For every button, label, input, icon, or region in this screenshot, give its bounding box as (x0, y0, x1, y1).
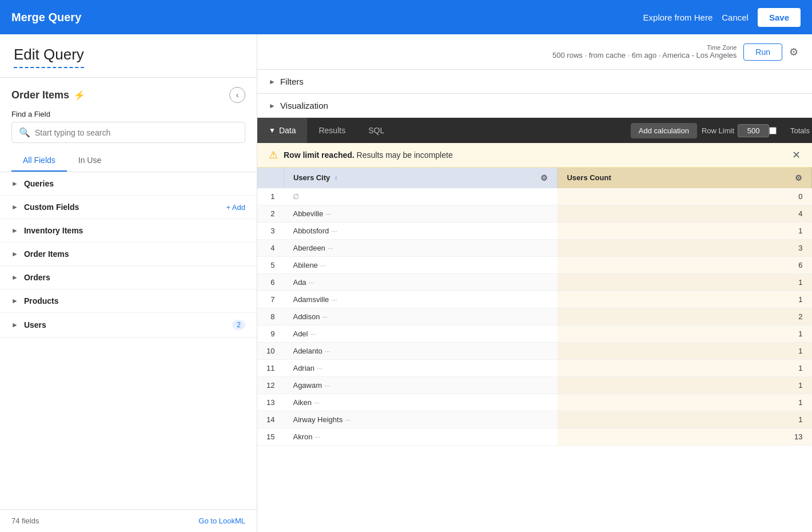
group-name-orders: Orders (24, 273, 50, 282)
add-calculation-button[interactable]: Add calculation (631, 123, 697, 138)
tab-in-use[interactable]: In Use (67, 150, 113, 172)
table-row: 2Abbeville···4 (257, 205, 812, 223)
right-panel: Time Zone 500 rows · from cache · 6m ago… (257, 34, 812, 532)
chevron-right-icon: ► (11, 273, 18, 281)
count-cell: 6 (558, 257, 812, 274)
app-title: Merge Query (11, 11, 81, 24)
more-options-icon[interactable]: ··· (320, 261, 326, 269)
chevron-right-icon: ► (269, 78, 276, 86)
totals-checkbox[interactable] (769, 127, 777, 134)
results-table: Users City ↑ ⚙ Users Count ⚙ 1∅02Abbevil… (257, 168, 812, 446)
users-badge: 2 (232, 320, 245, 330)
field-group-products[interactable]: ► Products (0, 289, 257, 313)
count-cell: 1 (558, 325, 812, 343)
table-row: 4Aberdeen···3 (257, 240, 812, 257)
city-cell: Adrian··· (284, 360, 558, 377)
table-row: 14Airway Heights···1 (257, 411, 812, 428)
count-column-header[interactable]: Users Count ⚙ (558, 168, 812, 188)
tab-sql[interactable]: SQL (357, 118, 396, 143)
search-input[interactable] (35, 128, 238, 137)
field-group-queries[interactable]: ► Queries (0, 172, 257, 196)
count-cell: 1 (558, 343, 812, 360)
settings-icon[interactable]: ⚙ (789, 46, 798, 58)
timezone-label: Time Zone (552, 44, 737, 51)
more-options-icon[interactable]: ··· (311, 330, 316, 338)
group-name-queries: Queries (24, 179, 54, 188)
totals-label: Totals (790, 126, 810, 135)
count-cell: 1 (558, 360, 812, 377)
field-group-users[interactable]: ► Users 2 (0, 313, 257, 338)
visualization-section[interactable]: ► Visualization (257, 94, 812, 118)
edit-query-title: Edit Query (14, 46, 84, 68)
more-options-icon[interactable]: ··· (345, 416, 351, 424)
visualization-label: Visualization (280, 101, 328, 110)
city-column-header[interactable]: Users City ↑ ⚙ (284, 168, 558, 188)
chevron-right-icon: ► (11, 180, 18, 188)
city-cell: Abbeville··· (284, 205, 558, 223)
more-options-icon[interactable]: ··· (315, 433, 320, 441)
field-group-inventory-items[interactable]: ► Inventory Items (0, 219, 257, 243)
count-cell: 13 (558, 428, 812, 446)
more-options-icon[interactable]: ··· (331, 227, 337, 235)
null-value: ∅ (293, 192, 299, 201)
table-row: 8Addison···2 (257, 308, 812, 325)
city-cell: Adelanto··· (284, 343, 558, 360)
city-cell: Addison··· (284, 308, 558, 325)
more-options-icon[interactable]: ··· (309, 279, 315, 287)
city-cell: ∅ (284, 188, 558, 205)
save-button[interactable]: Save (758, 8, 801, 27)
more-options-icon[interactable]: ··· (314, 399, 320, 407)
query-stats-container: Time Zone 500 rows · from cache · 6m ago… (552, 44, 737, 59)
row-number: 13 (257, 394, 284, 411)
flash-icon: ⚡ (74, 90, 85, 101)
more-options-icon[interactable]: ··· (331, 296, 337, 304)
field-group-custom-fields[interactable]: ► Custom Fields + Add (0, 196, 257, 219)
chevron-right-icon: ► (11, 297, 18, 305)
explore-from-here-button[interactable]: Explore from Here (643, 13, 713, 22)
run-button[interactable]: Run (743, 43, 782, 61)
count-cell: 1 (558, 377, 812, 394)
search-icon: 🔍 (19, 127, 30, 138)
cancel-button[interactable]: Cancel (722, 13, 749, 22)
count-cell: 4 (558, 205, 812, 223)
table-row: 5Abilene···6 (257, 257, 812, 274)
more-options-icon[interactable]: ··· (317, 364, 323, 372)
back-button[interactable]: ‹ (229, 87, 245, 103)
field-group-order-items[interactable]: ► Order Items (0, 243, 257, 266)
search-box: 🔍 (11, 122, 245, 143)
city-cell: Aiken··· (284, 394, 558, 411)
more-options-icon[interactable]: ··· (325, 347, 331, 355)
table-row: 3Abbotsford···1 (257, 223, 812, 240)
tab-all-fields[interactable]: All Fields (11, 150, 67, 172)
city-column-settings-icon[interactable]: ⚙ (540, 173, 548, 182)
city-cell: Aberdeen··· (284, 240, 558, 257)
table-row: 6Ada···1 (257, 274, 812, 291)
count-cell: 0 (558, 188, 812, 205)
row-limit-input[interactable] (738, 124, 769, 137)
find-field-section: Find a Field 🔍 (0, 110, 257, 150)
table-row: 9Adel···1 (257, 325, 812, 343)
more-options-icon[interactable]: ··· (328, 244, 333, 252)
row-number: 4 (257, 240, 284, 257)
filters-section[interactable]: ► Filters (257, 70, 812, 94)
city-cell: Abilene··· (284, 257, 558, 274)
table-row: 10Adelanto···1 (257, 343, 812, 360)
table-row: 13Aiken···1 (257, 394, 812, 411)
row-number: 8 (257, 308, 284, 325)
field-group-orders[interactable]: ► Orders (0, 266, 257, 289)
main-content: Edit Query Order Items ⚡ ‹ Find a Field … (0, 34, 812, 532)
row-number: 5 (257, 257, 284, 274)
tab-data[interactable]: ▼ Data (257, 118, 307, 143)
warning-text: Row limit reached. Results may be incomp… (284, 150, 453, 160)
more-options-icon[interactable]: ··· (324, 382, 330, 390)
go-lookml-link[interactable]: Go to LookML (198, 517, 245, 525)
row-number: 7 (257, 291, 284, 308)
table-row: 12Agawam···1 (257, 377, 812, 394)
count-column-settings-icon[interactable]: ⚙ (795, 173, 802, 182)
close-warning-button[interactable]: ✕ (792, 149, 801, 161)
more-options-icon[interactable]: ··· (325, 210, 331, 218)
tab-results[interactable]: Results (307, 118, 357, 143)
more-options-icon[interactable]: ··· (322, 313, 328, 321)
count-cell: 1 (558, 411, 812, 428)
add-custom-field-link[interactable]: + Add (226, 203, 245, 212)
